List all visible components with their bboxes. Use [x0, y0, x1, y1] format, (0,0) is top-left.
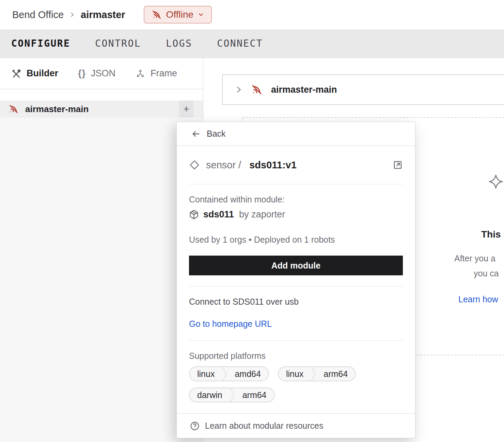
package-icon — [189, 210, 199, 219]
mode-tab-json[interactable]: {} JSON — [78, 68, 115, 79]
platform-os: linux — [279, 369, 311, 379]
footer-link-label: Learn about modular resources — [205, 421, 323, 431]
breadcrumb-parent[interactable]: Bend Office — [12, 9, 64, 20]
resource-model: sds011:v1 — [249, 159, 297, 171]
resource-detail-panel: Back sensor / sds011:v1 Contained within — [176, 122, 415, 438]
app-window: Bend Office airmaster Offline CONFIGURE … — [0, 0, 504, 442]
wifi-off-icon — [151, 9, 162, 20]
learn-modular-resources-link[interactable]: Learn about modular resources — [177, 413, 415, 438]
main-nav-tabs: CONFIGURE CONTROL LOGS CONNECT — [0, 29, 504, 58]
platform-arch: arm64 — [316, 369, 355, 379]
tab-connect[interactable]: CONNECT — [217, 38, 263, 49]
tab-configure[interactable]: CONFIGURE — [11, 38, 70, 49]
configure-mode-tabs: Builder {} JSON Frame — [0, 58, 203, 89]
empty-state-text: After you a — [454, 254, 504, 263]
chevron-right-icon — [235, 86, 242, 93]
sparkle-icon — [488, 174, 504, 189]
frame-axes-icon — [135, 68, 145, 79]
back-label: Back — [207, 129, 226, 139]
mode-tab-label: Frame — [151, 68, 177, 79]
usage-stats: Used by 1 orgs • Deployed on 1 robots — [189, 235, 403, 245]
tab-logs[interactable]: LOGS — [166, 38, 192, 49]
contained-within-label: Contained within module: — [189, 195, 403, 204]
sidebar-empty-area — [0, 118, 203, 442]
platform-pill: linux arm64 — [278, 366, 356, 381]
json-braces-icon: {} — [78, 68, 86, 79]
arrow-left-icon — [191, 129, 201, 139]
homepage-url-link[interactable]: Go to homepage URL — [189, 319, 403, 329]
mode-tab-label: Builder — [27, 68, 58, 79]
breadcrumb-current: airmaster — [81, 9, 125, 20]
divider — [189, 340, 403, 341]
platform-arch: amd64 — [227, 369, 268, 379]
sidebar-item-airmaster-main[interactable]: airmaster-main + — [0, 101, 203, 118]
platform-os: linux — [190, 369, 222, 379]
wifi-off-icon — [251, 83, 263, 96]
machine-part-name: airmaster-main — [271, 85, 337, 95]
pill-divider-icon — [222, 366, 227, 381]
platform-arch: arm64 — [235, 390, 274, 400]
supported-platforms-label: Supported platforms — [189, 351, 403, 361]
platform-os: darwin — [190, 390, 230, 400]
chevron-down-icon — [198, 11, 204, 18]
add-resource-button[interactable]: + — [179, 101, 193, 118]
resource-name: airmaster-main — [25, 104, 89, 115]
mode-tab-frame[interactable]: Frame — [135, 68, 177, 79]
top-bar: Bend Office airmaster Offline — [0, 0, 504, 29]
platform-pill: darwin arm64 — [189, 387, 275, 402]
mode-tab-builder[interactable]: Builder — [11, 68, 58, 79]
module-line: sds011 by zaporter — [189, 209, 403, 220]
question-circle-icon — [190, 421, 200, 431]
wifi-off-icon — [8, 104, 19, 115]
add-module-button[interactable]: Add module — [189, 256, 403, 275]
resource-subtype: sensor / — [206, 159, 241, 171]
tab-control[interactable]: CONTROL — [95, 38, 141, 49]
learn-how-link[interactable]: Learn how — [458, 294, 504, 304]
module-author: by zaporter — [239, 209, 285, 220]
breadcrumb-chevron-icon — [69, 12, 75, 18]
external-link-icon[interactable] — [393, 160, 403, 170]
tools-icon — [11, 68, 21, 79]
resource-title-row: sensor / sds011:v1 — [189, 146, 403, 184]
module-description: Connect to SDS011 over usb — [189, 297, 403, 307]
empty-state-title: This — [481, 229, 504, 240]
divider — [189, 286, 403, 287]
back-button[interactable]: Back — [177, 122, 415, 146]
empty-state-text: you ca — [474, 269, 504, 278]
machine-part-card[interactable]: airmaster-main — [222, 74, 504, 105]
resource-detail-body: sensor / sds011:v1 Contained within modu… — [177, 146, 415, 402]
divider — [189, 184, 403, 184]
pill-divider-icon — [311, 366, 316, 381]
status-label: Offline — [166, 9, 193, 20]
mode-tab-label: JSON — [91, 68, 115, 79]
pill-divider-icon — [230, 387, 235, 402]
machine-status-dropdown[interactable]: Offline — [144, 6, 212, 24]
platform-pills: linux amd64 linux arm64 darwin arm64 — [189, 366, 373, 402]
diamond-icon — [189, 159, 200, 170]
platform-pill: linux amd64 — [189, 366, 269, 381]
module-name: sds011 — [203, 209, 234, 220]
